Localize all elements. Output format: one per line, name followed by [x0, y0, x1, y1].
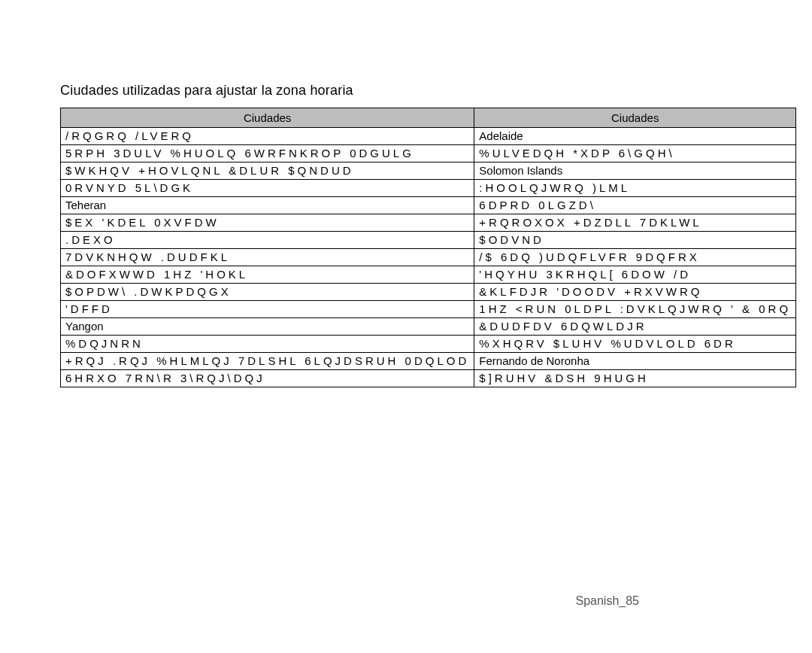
cell-left: .DEXO	[61, 232, 474, 249]
timezone-cities-table: Ciudades Ciudades /RQGRQ /LVERQAdelaide5…	[60, 108, 796, 387]
page-title: Ciudades utilizadas para ajustar la zona…	[60, 83, 759, 99]
cell-right: $]RUHV &DSH 9HUGH	[474, 370, 796, 387]
table-row: .DEXO$ODVND	[61, 232, 796, 249]
table-row: /RQGRQ /LVERQAdelaide	[61, 128, 796, 145]
cell-right: Adelaide	[474, 128, 796, 145]
table-row: +RQJ .RQJ %HLMLQJ 7DLSHL 6LQJDSRUH 0DQLO…	[61, 353, 796, 370]
table-row: %DQJNRN%XHQRV $LUHV %UDVLOLD 6DR	[61, 336, 796, 353]
cell-left: $OPDW\ .DWKPDQGX	[61, 284, 474, 301]
page-footer: Spanish_85	[575, 594, 639, 608]
cell-right: %XHQRV $LUHV %UDVLOLD 6DR	[474, 336, 796, 353]
cell-right: &KLFDJR 'DOODV +RXVWRQ	[474, 284, 796, 301]
cell-left: Yangon	[61, 318, 474, 336]
cell-left: +RQJ .RQJ %HLMLQJ 7DLSHL 6LQJDSRUH 0DQLO…	[61, 353, 474, 370]
table-row: 0RVNYD 5L\DGK:HOOLQJWRQ )LML	[61, 180, 796, 197]
table-row: Teheran6DPRD 0LGZD\	[61, 197, 796, 214]
cell-right: &DUDFDV 6DQWLDJR	[474, 318, 796, 336]
header-col-2: Ciudades	[474, 108, 796, 128]
table-row: $EX 'KDEL 0XVFDW+RQROXOX +DZDLL 7DKLWL	[61, 214, 796, 232]
cell-left: 7DVKNHQW .DUDFKL	[61, 249, 474, 266]
cell-right: :HOOLQJWRQ )LML	[474, 180, 796, 197]
cell-right: +RQROXOX +DZDLL 7DKLWL	[474, 214, 796, 232]
table-row: 'DFFD1HZ <RUN 0LDPL :DVKLQJWRQ ' & 0RQ	[61, 301, 796, 318]
cell-left: %DQJNRN	[61, 336, 474, 353]
table-row: &DOFXWWD 1HZ 'HOKL'HQYHU 3KRHQL[ 6DOW /D	[61, 266, 796, 284]
cell-left: $EX 'KDEL 0XVFDW	[61, 214, 474, 232]
cell-right: $ODVND	[474, 232, 796, 249]
header-col-1: Ciudades	[61, 108, 474, 128]
cell-left: Teheran	[61, 197, 474, 214]
cell-left: &DOFXWWD 1HZ 'HOKL	[61, 266, 474, 284]
table-row: $OPDW\ .DWKPDQGX&KLFDJR 'DOODV +RXVWRQ	[61, 284, 796, 301]
table-row: 5RPH 3DULV %HUOLQ 6WRFNKROP 0DGULG%ULVED…	[61, 145, 796, 162]
cell-right: /$ 6DQ )UDQFLVFR 9DQFRX	[474, 249, 796, 266]
cell-right: 1HZ <RUN 0LDPL :DVKLQJWRQ ' & 0RQ	[474, 301, 796, 318]
cell-left: 'DFFD	[61, 301, 474, 318]
cell-right: %ULVEDQH *XDP 6\GQH\	[474, 145, 796, 162]
table-header-row: Ciudades Ciudades	[61, 108, 796, 128]
table-row: Yangon&DUDFDV 6DQWLDJR	[61, 318, 796, 336]
table-row: 7DVKNHQW .DUDFKL/$ 6DQ )UDQFLVFR 9DQFRX	[61, 249, 796, 266]
cell-right: Fernando de Noronha	[474, 353, 796, 370]
cell-left: $WKHQV +HOVLQNL &DLUR $QNDUD	[61, 162, 474, 180]
table-row: $WKHQV +HOVLQNL &DLUR $QNDUDSolomon Isla…	[61, 162, 796, 180]
cell-right: 'HQYHU 3KRHQL[ 6DOW /D	[474, 266, 796, 284]
cell-left: 6HRXO 7RN\R 3\RQJ\DQJ	[61, 370, 474, 387]
table-row: 6HRXO 7RN\R 3\RQJ\DQJ$]RUHV &DSH 9HUGH	[61, 370, 796, 387]
cell-left: 0RVNYD 5L\DGK	[61, 180, 474, 197]
cell-right: Solomon Islands	[474, 162, 796, 180]
cell-right: 6DPRD 0LGZD\	[474, 197, 796, 214]
cell-left: 5RPH 3DULV %HUOLQ 6WRFNKROP 0DGULG	[61, 145, 474, 162]
cell-left: /RQGRQ /LVERQ	[61, 128, 474, 145]
